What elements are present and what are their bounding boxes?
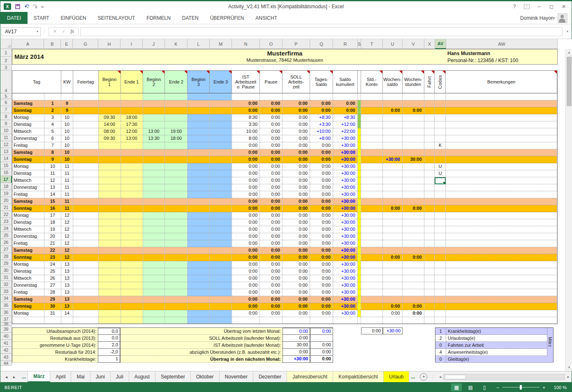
cell-AV14[interactable] (435, 156, 446, 163)
cell-S36[interactable] (358, 310, 361, 317)
cell-J8[interactable] (143, 114, 165, 121)
cell-N33[interactable]: 0:00 (232, 289, 260, 296)
cell-O31[interactable]: 0:00 (260, 275, 283, 282)
cell-P22[interactable]: 0:00 (283, 212, 310, 219)
cell-H26[interactable] (99, 240, 121, 247)
cell-AW11[interactable] (446, 135, 557, 142)
cell-E30[interactable]: 13 (61, 268, 73, 275)
cell-A15[interactable]: Montag (12, 163, 44, 170)
col-header-AW[interactable]: AW (446, 39, 558, 49)
cell-U30[interactable] (383, 268, 403, 275)
cell-O22[interactable]: 0:00 (260, 212, 283, 219)
cell-R30[interactable]: +30:00 (333, 268, 358, 275)
cell-B30[interactable]: 25 (44, 268, 61, 275)
col-header-E[interactable]: E (61, 39, 73, 49)
cell-AW9[interactable] (446, 121, 557, 128)
cell-Q17[interactable]: 0:00 (310, 177, 333, 184)
cell-Q7[interactable]: 0:00 (310, 107, 333, 114)
normal-view-icon[interactable]: ▦ (451, 383, 462, 391)
cell-Q20[interactable]: 0:00 (310, 198, 333, 205)
sheet-tab-kompaktübersicht[interactable]: Kompaktübersicht (333, 371, 384, 382)
cell-G5[interactable] (73, 93, 99, 100)
cell-E33[interactable]: 13 (61, 289, 73, 296)
cell-H5[interactable] (99, 93, 121, 100)
cell-P5[interactable] (283, 93, 310, 100)
cell-AV34[interactable] (435, 296, 446, 303)
cell-N22[interactable]: 0:00 (232, 212, 260, 219)
cell-A21[interactable]: Sonntag (12, 205, 44, 212)
cell-M10[interactable] (210, 128, 232, 135)
cell-H9[interactable]: 14:00 (99, 121, 121, 128)
cell-I26[interactable] (121, 240, 143, 247)
cell-K28[interactable] (165, 254, 188, 261)
cell-B32[interactable]: 27 (44, 282, 61, 289)
cell-J30[interactable] (143, 268, 165, 275)
header-codes[interactable]: Codes (435, 71, 446, 93)
cell-S18[interactable] (358, 184, 361, 191)
cell-K37[interactable] (165, 317, 188, 324)
cell-T37[interactable] (361, 317, 383, 324)
cell-A19[interactable]: Freitag (12, 191, 44, 198)
cell-U28[interactable]: 0:00 (383, 254, 403, 261)
cell-O36[interactable]: 0:00 (260, 310, 283, 317)
cell-A12[interactable]: Freitag (12, 142, 44, 149)
cell-T28[interactable] (361, 254, 383, 261)
cell-S14[interactable] (358, 156, 361, 163)
cell-V19[interactable] (403, 191, 424, 198)
cell-P23[interactable]: 0:00 (283, 219, 310, 226)
cell-I12[interactable] (121, 142, 143, 149)
cell-J22[interactable] (143, 212, 165, 219)
cell-X15[interactable] (424, 163, 435, 170)
cell-I37[interactable] (121, 317, 143, 324)
cell-A34[interactable]: Samstag (12, 296, 44, 303)
cell-O8[interactable]: 0:00 (260, 114, 283, 121)
col-header-U[interactable]: U (383, 39, 403, 49)
cell-T34[interactable] (361, 296, 383, 303)
cell-B29[interactable]: 24 (44, 261, 61, 268)
cell-AV18[interactable] (435, 184, 446, 191)
row-header-18[interactable]: 18 (0, 183, 12, 190)
cell-B13[interactable]: 8 (44, 149, 61, 156)
row-header-31[interactable]: 31 (0, 274, 12, 281)
cell-E6[interactable]: 9 (61, 100, 73, 107)
minimize-button[interactable]: ─ (534, 2, 544, 11)
cell-U11[interactable] (383, 135, 403, 142)
col-header-S[interactable]: S (358, 39, 361, 49)
cell-R8[interactable]: +8:30 (333, 114, 358, 121)
tab-überprüfen[interactable]: ÜBERPRÜFEN (204, 12, 250, 24)
sheet-tab-oktober[interactable]: Oktober (191, 371, 220, 382)
cell-U31[interactable] (383, 275, 403, 282)
cell-Q34[interactable]: 0:00 (310, 296, 333, 303)
cell-H36[interactable] (99, 310, 121, 317)
cell-AW22[interactable] (446, 212, 557, 219)
row-header-14[interactable]: 14 (0, 155, 12, 162)
row-header-29[interactable]: 29 (0, 260, 12, 267)
cell-X33[interactable] (424, 289, 435, 296)
cell-E24[interactable]: 12 (61, 226, 73, 233)
cell-V36[interactable]: 0:00 (403, 310, 424, 317)
customize-quick-access-icon[interactable]: ≂ (41, 5, 44, 9)
cell-I20[interactable] (121, 198, 143, 205)
cell-AV26[interactable] (435, 240, 446, 247)
cell-E27[interactable]: 12 (61, 247, 73, 254)
cell-S30[interactable] (358, 268, 361, 275)
cell-X26[interactable] (424, 240, 435, 247)
cell-J10[interactable]: 13:00 (143, 128, 165, 135)
cell-G7[interactable] (73, 107, 99, 114)
cell-S6[interactable] (358, 100, 361, 107)
cell-G27[interactable] (73, 247, 99, 254)
cell-R22[interactable]: +30:00 (333, 212, 358, 219)
user-name[interactable]: Dominik Hayon (520, 15, 553, 21)
sheet-overflow-right[interactable]: ... (409, 371, 417, 382)
cell-S23[interactable] (358, 219, 361, 226)
cell-U14[interactable]: +30:00 (383, 156, 403, 163)
cell-Q18[interactable]: 0:00 (310, 184, 333, 191)
vertical-scrollbar[interactable]: ▲ ▼ (565, 49, 572, 371)
cell-A24[interactable]: Mittwoch (12, 226, 44, 233)
cell-O32[interactable]: 0:00 (260, 282, 283, 289)
cell-AW7[interactable] (446, 107, 557, 114)
cell-E5[interactable] (61, 93, 73, 100)
cell-G26[interactable] (73, 240, 99, 247)
cell-A31[interactable]: Mittwoch (12, 275, 44, 282)
cell-B23[interactable]: 18 (44, 219, 61, 226)
